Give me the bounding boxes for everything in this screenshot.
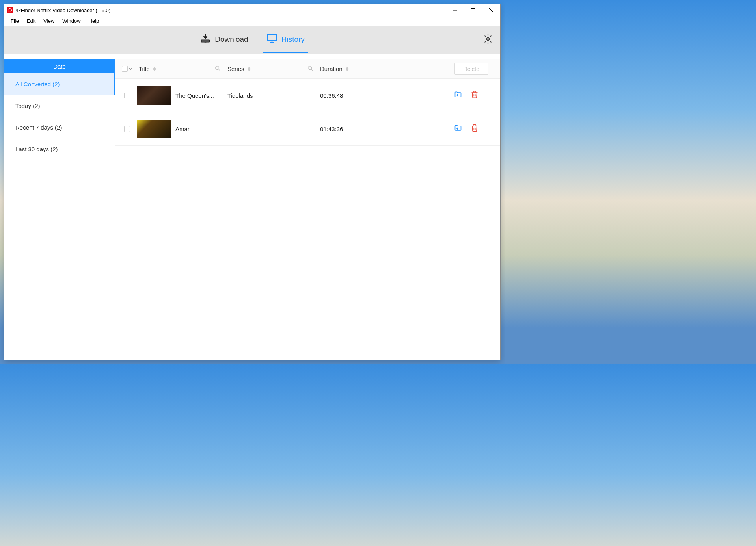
download-icon [200, 33, 211, 46]
menu-edit[interactable]: Edit [23, 17, 39, 25]
table-header: Title Series Duration [115, 59, 500, 79]
chevron-down-icon[interactable] [128, 65, 132, 72]
menu-window[interactable]: Window [58, 17, 84, 25]
sidebar-item-all-converted[interactable]: All Converted (2) [4, 73, 115, 95]
tab-history-label: History [281, 35, 305, 44]
open-folder-icon[interactable] [454, 91, 462, 100]
sidebar-item-recent-7-days[interactable]: Recent 7 days (2) [4, 117, 115, 138]
tab-history[interactable]: History [263, 26, 308, 53]
sort-icon[interactable] [153, 67, 156, 71]
app-window: 4kFinder Netflix Video Downloader (1.6.0… [4, 4, 501, 360]
close-button[interactable] [482, 4, 500, 16]
svg-point-10 [487, 38, 490, 41]
row-checkbox[interactable] [124, 93, 130, 98]
thumbnail [137, 86, 171, 105]
sidebar-item-label: Today (2) [15, 102, 40, 109]
monitor-icon [266, 33, 277, 46]
thumbnail [137, 120, 171, 138]
svg-point-17 [308, 66, 312, 69]
trash-icon[interactable] [471, 91, 479, 100]
tabstrip: Download History [4, 26, 500, 54]
delete-button[interactable]: Delete [454, 63, 488, 75]
menu-file[interactable]: File [7, 17, 23, 25]
sidebar-item-today[interactable]: Today (2) [4, 95, 115, 117]
table-row: Amar 01:43:36 [115, 112, 500, 146]
trash-icon[interactable] [471, 124, 479, 134]
menubar: File Edit View Window Help [4, 16, 500, 26]
menu-view[interactable]: View [39, 17, 58, 25]
window-controls [446, 4, 500, 16]
table-row: The Queen's... Tidelands 00:36:48 [115, 79, 500, 112]
svg-line-18 [311, 69, 313, 71]
menu-help[interactable]: Help [85, 17, 103, 25]
open-folder-icon[interactable] [454, 124, 462, 134]
titlebar: 4kFinder Netflix Video Downloader (1.6.0… [4, 4, 500, 16]
row-duration: 00:36:48 [320, 92, 411, 99]
svg-point-13 [216, 66, 219, 69]
svg-line-14 [219, 69, 220, 71]
app-icon [7, 7, 13, 13]
svg-rect-7 [267, 35, 276, 41]
select-all-checkbox[interactable] [122, 66, 128, 72]
sidebar-header: Date [4, 59, 115, 73]
row-checkbox[interactable] [124, 126, 130, 132]
svg-marker-20 [346, 69, 349, 71]
svg-rect-4 [201, 40, 210, 42]
row-series: Tidelands [227, 92, 320, 99]
sidebar-item-last-30-days[interactable]: Last 30 days (2) [4, 138, 115, 160]
tab-download-label: Download [215, 35, 248, 44]
row-duration: 01:43:36 [320, 126, 411, 132]
content: Date All Converted (2) Today (2) Recent … [4, 54, 500, 360]
search-icon[interactable] [307, 65, 313, 72]
sidebar-item-label: Last 30 days (2) [15, 146, 58, 152]
sidebar: Date All Converted (2) Today (2) Recent … [4, 54, 115, 360]
svg-rect-1 [471, 9, 475, 12]
svg-marker-16 [248, 69, 251, 71]
table-body: The Queen's... Tidelands 00:36:48 Amar [115, 79, 500, 360]
svg-marker-12 [153, 69, 156, 71]
column-duration[interactable]: Duration [320, 65, 343, 72]
settings-button[interactable] [483, 34, 493, 46]
row-title: Amar [175, 126, 190, 132]
table-area: Title Series Duration [115, 54, 500, 360]
sort-icon[interactable] [346, 67, 349, 71]
column-title[interactable]: Title [139, 65, 150, 72]
search-icon[interactable] [215, 65, 220, 72]
row-title: The Queen's... [175, 92, 214, 99]
sort-icon[interactable] [248, 67, 251, 71]
sidebar-item-label: All Converted (2) [15, 81, 60, 87]
minimize-button[interactable] [446, 4, 464, 16]
window-title: 4kFinder Netflix Video Downloader (1.6.0… [15, 7, 446, 13]
maximize-button[interactable] [464, 4, 482, 16]
tab-download[interactable]: Download [197, 26, 251, 53]
gear-icon [483, 39, 493, 45]
column-series[interactable]: Series [227, 65, 244, 72]
sidebar-item-label: Recent 7 days (2) [15, 124, 62, 131]
